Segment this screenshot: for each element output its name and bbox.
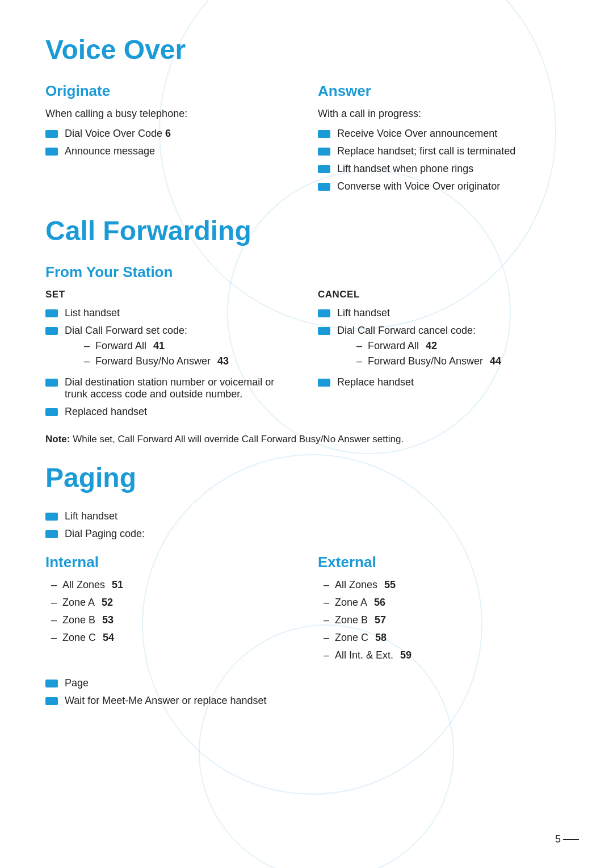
forward-all-label: Forward All bbox=[95, 340, 146, 352]
bullet-icon bbox=[318, 309, 330, 317]
answer-column: Answer With a call in progress: Receive … bbox=[318, 82, 568, 198]
paging-title: Paging bbox=[45, 462, 568, 493]
paging-columns: Internal All Zones 51 Zone A 52 Zone B 5… bbox=[45, 546, 568, 667]
list-item: Page bbox=[45, 677, 568, 689]
forward-busy-label: Forward Busy/No Answer bbox=[95, 355, 211, 367]
ext-zone-b: Zone B bbox=[335, 614, 368, 626]
ext-zone-a: Zone A bbox=[335, 597, 367, 609]
sub-list-item: Zone B 57 bbox=[324, 614, 568, 626]
call-forwarding-section: Call Forwarding From Your Station SET Li… bbox=[45, 215, 568, 445]
sub-list-item: Forward Busy/No Answer 43 bbox=[84, 355, 229, 367]
from-your-station-heading: From Your Station bbox=[45, 263, 568, 281]
cancel-list: Lift handset Dial Call Forward cancel co… bbox=[318, 307, 568, 388]
set-item-1: List handset bbox=[65, 307, 120, 319]
sub-list-item: Zone A 52 bbox=[51, 597, 295, 609]
list-item: Converse with Voice Over originator bbox=[318, 181, 568, 192]
voice-over-columns: Originate When calling a busy telephone:… bbox=[45, 82, 568, 198]
paging-footer-item-1: Page bbox=[65, 677, 89, 689]
external-list: All Zones 55 Zone A 56 Zone B 57 Zone C … bbox=[318, 579, 568, 661]
int-zone-c-code: 54 bbox=[103, 632, 114, 644]
set-label: SET bbox=[45, 289, 295, 300]
set-column: SET List handset Dial Call Forward set c… bbox=[45, 289, 295, 423]
sub-list-item: All Zones 55 bbox=[324, 579, 568, 591]
external-column: External All Zones 55 Zone A 56 Zone B 5… bbox=[318, 546, 568, 667]
sub-list-item: All Int. & Ext. 59 bbox=[324, 649, 568, 661]
internal-heading: Internal bbox=[45, 553, 295, 571]
set-item-3: Dial destination station number or voice… bbox=[65, 376, 295, 400]
list-item: Dial Call Forward set code: Forward All … bbox=[45, 325, 295, 371]
list-item: Wait for Meet-Me Answer or replace hands… bbox=[45, 695, 568, 707]
list-item: Replace handset; first call is terminate… bbox=[318, 145, 568, 157]
answer-item-3: Lift handset when phone rings bbox=[337, 163, 473, 175]
sub-list-item: Zone C 58 bbox=[324, 632, 568, 644]
list-item: Lift handset bbox=[45, 510, 568, 522]
paging-item-2: Dial Paging code: bbox=[65, 528, 145, 540]
voice-over-title: Voice Over bbox=[45, 34, 568, 65]
bullet-icon bbox=[318, 379, 330, 387]
internal-column: Internal All Zones 51 Zone A 52 Zone B 5… bbox=[45, 546, 295, 667]
set-list: List handset Dial Call Forward set code:… bbox=[45, 307, 295, 418]
bullet-icon bbox=[45, 408, 58, 416]
bullet-icon bbox=[318, 148, 330, 156]
sub-list-item: Zone A 56 bbox=[324, 597, 568, 609]
ext-all-int-ext-code: 59 bbox=[400, 649, 412, 661]
paging-footer-list: Page Wait for Meet-Me Answer or replace … bbox=[45, 677, 568, 707]
list-item: Replaced handset bbox=[45, 406, 295, 418]
bullet-icon bbox=[45, 530, 58, 538]
int-all-zones-code: 51 bbox=[112, 579, 123, 591]
cancel-item-3: Replace handset bbox=[337, 376, 414, 388]
sub-list-item: Zone C 54 bbox=[51, 632, 295, 644]
bullet-icon bbox=[45, 327, 58, 335]
ext-all-int-ext: All Int. & Ext. bbox=[335, 649, 393, 661]
bullet-icon bbox=[45, 379, 58, 387]
forward-busy-code: 43 bbox=[217, 355, 229, 367]
external-heading: External bbox=[318, 553, 568, 571]
list-item: Dial Paging code: bbox=[45, 528, 568, 540]
set-sub-list: Forward All 41 Forward Busy/No Answer 43 bbox=[65, 340, 229, 367]
list-item: Receive Voice Over announcement bbox=[318, 128, 568, 140]
answer-intro: With a call in progress: bbox=[318, 108, 568, 120]
cancel-forward-busy-label: Forward Busy/No Answer bbox=[368, 355, 483, 367]
list-item: Dial Call Forward cancel code: Forward A… bbox=[318, 325, 568, 371]
list-item: Lift handset when phone rings bbox=[318, 163, 568, 175]
answer-list: Receive Voice Over announcement Replace … bbox=[318, 128, 568, 192]
call-forwarding-title: Call Forwarding bbox=[45, 215, 568, 246]
int-all-zones: All Zones bbox=[62, 579, 105, 591]
originate-column: Originate When calling a busy telephone:… bbox=[45, 82, 295, 198]
bullet-icon bbox=[45, 148, 58, 156]
paging-footer-item-2: Wait for Meet-Me Answer or replace hands… bbox=[65, 695, 266, 707]
bullet-icon bbox=[45, 680, 58, 687]
list-item: Announce message bbox=[45, 145, 295, 157]
paging-section: Paging Lift handset Dial Paging code: In… bbox=[45, 462, 568, 707]
cancel-column: CANCEL Lift handset Dial Call Forward ca… bbox=[318, 289, 568, 423]
ext-zone-a-code: 56 bbox=[374, 597, 385, 609]
list-item: Lift handset bbox=[318, 307, 568, 319]
list-item: Dial destination station number or voice… bbox=[45, 376, 295, 400]
paging-intro-list: Lift handset Dial Paging code: bbox=[45, 510, 568, 540]
bullet-icon bbox=[318, 165, 330, 173]
set-item-2-wrap: Dial Call Forward set code: Forward All … bbox=[65, 325, 229, 371]
ext-all-zones-code: 55 bbox=[384, 579, 396, 591]
cancel-sub-list: Forward All 42 Forward Busy/No Answer 44 bbox=[337, 340, 501, 367]
int-zone-c: Zone C bbox=[62, 632, 96, 644]
cancel-forward-busy-code: 44 bbox=[490, 355, 501, 367]
call-forwarding-note: Note: While set, Call Forward All will o… bbox=[45, 434, 568, 445]
list-item: Replace handset bbox=[318, 376, 568, 388]
sub-list-item: Forward All 42 bbox=[356, 340, 501, 352]
sub-list-item: All Zones 51 bbox=[51, 579, 295, 591]
set-item-2-text: Dial Call Forward set code: bbox=[65, 325, 187, 336]
note-text: While set, Call Forward All will overrid… bbox=[73, 434, 404, 445]
cancel-label: CANCEL bbox=[318, 289, 568, 300]
int-zone-a: Zone A bbox=[62, 597, 95, 609]
cancel-item-2-wrap: Dial Call Forward cancel code: Forward A… bbox=[337, 325, 501, 371]
ext-zone-c-code: 58 bbox=[375, 632, 387, 644]
bullet-icon bbox=[318, 183, 330, 191]
bullet-icon bbox=[45, 697, 58, 705]
list-item: List handset bbox=[45, 307, 295, 319]
ext-all-zones: All Zones bbox=[335, 579, 377, 591]
ext-zone-b-code: 57 bbox=[375, 614, 386, 626]
answer-item-1: Receive Voice Over announcement bbox=[337, 128, 497, 140]
answer-heading: Answer bbox=[318, 82, 568, 100]
answer-item-2: Replace handset; first call is terminate… bbox=[337, 145, 515, 157]
originate-intro: When calling a busy telephone: bbox=[45, 108, 295, 120]
